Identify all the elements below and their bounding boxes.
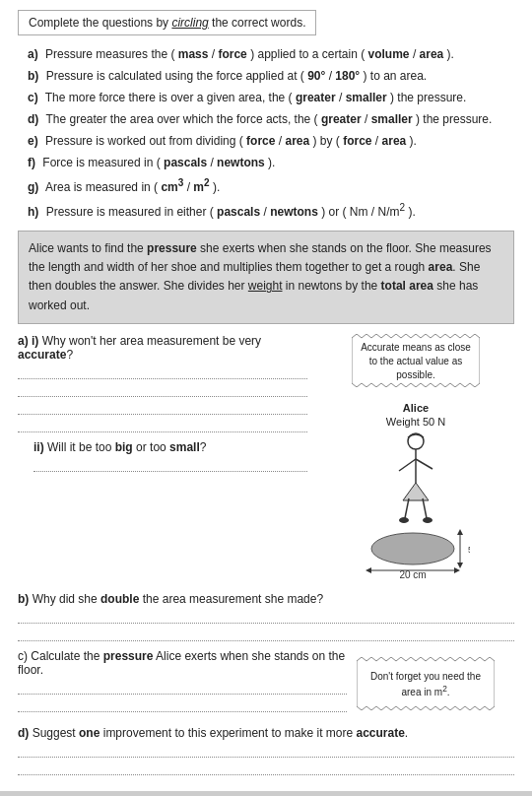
- svg-point-9: [423, 517, 432, 523]
- answer-line-a4[interactable]: [18, 421, 307, 432]
- dont-forget-tip-text: Don't forget you need the area in m2.: [361, 661, 491, 709]
- answer-line-a2[interactable]: [18, 385, 307, 397]
- part-a-i-bold: accurate: [18, 348, 66, 362]
- q-f-choice1: pascals: [164, 156, 207, 169]
- part-b-bold: double: [100, 592, 139, 606]
- part-a-right: Accurate means as close to the actual va…: [317, 334, 514, 584]
- question-b: b) Pressure is calculated using the forc…: [18, 67, 514, 85]
- q-e-choice4: area: [382, 134, 407, 148]
- svg-text:20 cm: 20 cm: [399, 569, 426, 580]
- svg-marker-17: [457, 563, 463, 568]
- svg-line-5: [416, 459, 432, 469]
- q-a-choice4: area: [420, 47, 444, 61]
- answer-line-a1[interactable]: [18, 367, 307, 379]
- page-wrapper: Complete the questions by circling the c…: [0, 0, 532, 796]
- scenario-box: Alice wants to find the pressure she exe…: [18, 231, 514, 324]
- svg-line-7: [423, 498, 427, 518]
- answer-line-a3[interactable]: [18, 403, 307, 415]
- part-b-label: b): [18, 592, 29, 606]
- accurate-tip-text: Accurate means as close to the actual va…: [356, 338, 476, 386]
- q-a-choice1: mass: [178, 47, 209, 61]
- alice-name-label: Alice: [403, 402, 429, 414]
- svg-marker-12: [366, 567, 371, 573]
- part-c-right: Don't forget you need the area in m2.: [357, 649, 514, 718]
- q-f-choice2: newtons: [217, 156, 265, 169]
- q-d-choice2: smaller: [371, 112, 413, 126]
- question-d: d) The greater the area over which the f…: [18, 110, 514, 128]
- part-b-section: b) Why did she double the area measureme…: [18, 592, 514, 641]
- answer-line-c1[interactable]: [18, 683, 347, 695]
- answer-line-d1[interactable]: [18, 746, 514, 758]
- q-a-choice3: volume: [368, 47, 410, 61]
- part-a-ii-label: ii): [33, 440, 44, 454]
- svg-point-8: [399, 517, 409, 523]
- part-d-section: d) Suggest one improvement to this exper…: [18, 726, 514, 775]
- q-c-choice1: greater: [296, 91, 336, 104]
- part-c-bold: pressure: [103, 649, 154, 663]
- alice-stick-figure-svg: [381, 431, 450, 525]
- scenario-underline1: weight: [248, 279, 283, 293]
- alice-figure: Alice Weight 50 N: [362, 402, 470, 584]
- question-a: a) Pressure measures the ( mass / force …: [18, 45, 514, 63]
- footer-bar: Section 9 — Forces and Motion: [0, 791, 532, 796]
- answer-line-b1[interactable]: [18, 612, 514, 624]
- part-a-i: a) i) Why won't her area measurement be …: [18, 334, 307, 432]
- q-f-label: f): [28, 156, 35, 169]
- q-d-label: d): [28, 112, 38, 126]
- question-h: h) Pressure is measured in either ( pasc…: [18, 200, 514, 221]
- instruction-text: Complete the questions by: [29, 16, 171, 30]
- q-b-choice2: 180°: [335, 69, 360, 83]
- svg-marker-13: [454, 567, 460, 573]
- scenario-bold2: area: [429, 260, 453, 274]
- answer-line-a-ii[interactable]: [33, 460, 307, 472]
- answer-line-d2[interactable]: [18, 763, 514, 775]
- question-g: g) Area is measured in ( cm3 / m2 ).: [18, 175, 514, 196]
- scenario-bold1: pressure: [147, 241, 197, 255]
- answer-line-c2[interactable]: [18, 700, 347, 712]
- q-c-label: c): [28, 91, 38, 104]
- q-e-choice2: area: [285, 134, 309, 148]
- part-a-label: a): [18, 334, 29, 348]
- svg-point-10: [371, 533, 454, 564]
- part-a-left: a) i) Why won't her area measurement be …: [18, 334, 307, 584]
- question-f: f) Force is measured in ( pascals / newt…: [18, 154, 514, 171]
- part-c-left: c) Calculate the pressure Alice exerts w…: [18, 649, 347, 718]
- svg-marker-16: [457, 529, 463, 535]
- q-b-choice1: 90°: [307, 69, 325, 83]
- q-b-label: b): [28, 69, 38, 83]
- question-e: e) Pressure is worked out from dividing …: [18, 132, 514, 150]
- part-a-ii-bold1: big: [115, 440, 133, 454]
- q-h-choice1: pascals: [217, 205, 260, 219]
- q-d-choice1: greater: [321, 112, 362, 126]
- instruction-text2: the correct words.: [209, 16, 306, 30]
- questions-list: a) Pressure measures the ( mass / force …: [18, 45, 514, 221]
- floor-area-svg: 20 cm 5cm: [362, 527, 470, 581]
- q-h-label: h): [28, 205, 38, 219]
- q-h-choice2: newtons: [270, 205, 318, 219]
- scenario-bold3: total area: [381, 279, 433, 293]
- instruction-emphasis: circling: [171, 16, 208, 30]
- svg-line-6: [405, 498, 409, 518]
- q-g-label: g): [28, 180, 38, 194]
- q-e-choice3: force: [343, 134, 371, 148]
- part-d-bold1: one: [79, 726, 100, 740]
- svg-line-4: [399, 459, 416, 471]
- q-g-choice2: m2: [193, 180, 209, 194]
- part-d-label: d): [18, 726, 29, 740]
- part-a-ii: ii) Will it be too big or too small?: [33, 440, 307, 472]
- q-c-choice2: smaller: [346, 91, 387, 104]
- part-a-section: a) i) Why won't her area measurement be …: [18, 334, 514, 584]
- q-a-label: a): [28, 47, 38, 61]
- part-a-i-label: i): [32, 334, 38, 348]
- q-g-choice1: cm3: [161, 180, 183, 194]
- dont-forget-tip-container: Don't forget you need the area in m2.: [357, 657, 495, 713]
- floor-area-container: 20 cm 5cm: [362, 527, 470, 584]
- instruction-box: Complete the questions by circling the c…: [18, 10, 316, 35]
- q-e-choice1: force: [246, 134, 275, 148]
- part-c-label: c): [18, 649, 28, 663]
- answer-line-b2[interactable]: [18, 630, 514, 641]
- svg-text:5cm: 5cm: [468, 545, 470, 555]
- accurate-tip-container: Accurate means as close to the actual va…: [352, 334, 480, 390]
- question-c: c) The more force there is over a given …: [18, 89, 514, 106]
- alice-weight-label: Weight 50 N: [386, 416, 445, 428]
